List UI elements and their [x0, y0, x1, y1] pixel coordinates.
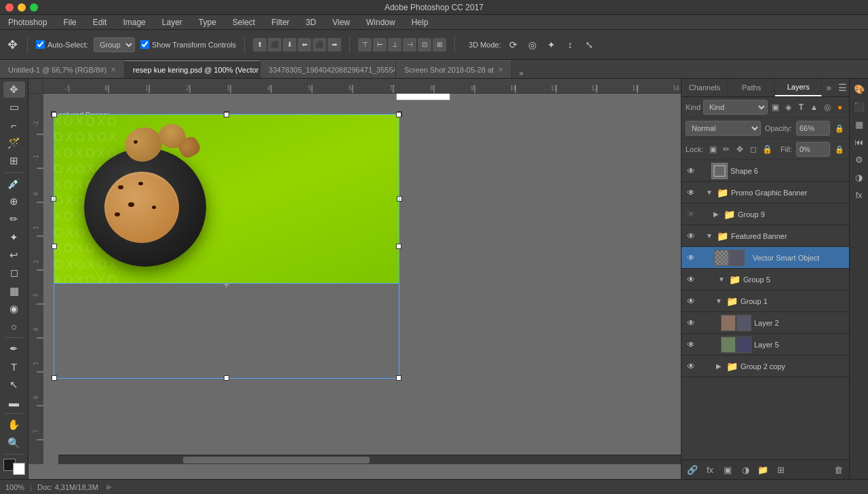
- layer-group1[interactable]: 👁 ▼ 📁 Group 1: [682, 290, 849, 312]
- tool-clone[interactable]: ✦: [3, 229, 25, 245]
- styles-panel-btn[interactable]: fx: [852, 187, 867, 202]
- tool-eyedropper[interactable]: 💉: [3, 175, 25, 191]
- tool-hand[interactable]: ✋: [3, 417, 25, 433]
- fill-input[interactable]: [796, 142, 830, 157]
- layer-group9-vis[interactable]: 👁: [686, 209, 696, 220]
- adjustments-panel-btn[interactable]: ◑: [852, 170, 867, 185]
- swatches-panel-btn[interactable]: ⬛: [852, 99, 867, 114]
- align-bottom-btn[interactable]: ⬇: [283, 38, 296, 52]
- layer-featured-banner[interactable]: 👁 ▼ 📁 Featured Banner: [682, 225, 849, 247]
- lock-all-btn[interactable]: 🔒: [762, 144, 772, 155]
- tool-dodge[interactable]: ○: [3, 318, 25, 335]
- menu-file[interactable]: File: [60, 16, 79, 28]
- tab-0[interactable]: Untitled-1 @ 66,7% (RGB/8#) ✕: [0, 60, 125, 78]
- tool-blur[interactable]: ◉: [3, 301, 25, 317]
- tool-marquee[interactable]: ▭: [3, 99, 25, 115]
- layer-2-vis[interactable]: 👁: [686, 318, 696, 328]
- lock-transparent-btn[interactable]: ▣: [707, 144, 718, 155]
- fill-lock-btn[interactable]: 🔒: [834, 144, 845, 155]
- 3d-scale-icon[interactable]: ⤡: [583, 38, 596, 52]
- tabs-more[interactable]: »: [513, 69, 529, 78]
- adjustment-layer-btn[interactable]: ◑: [738, 463, 752, 476]
- lock-image-btn[interactable]: ✏: [721, 144, 732, 155]
- align-hcenter-btn[interactable]: ⬛: [313, 38, 326, 52]
- align-top-btn[interactable]: ⬆: [253, 38, 267, 52]
- layer-group1-expand[interactable]: ▼: [714, 297, 724, 306]
- close-button[interactable]: [5, 3, 14, 12]
- filter-type-btn[interactable]: T: [796, 100, 806, 114]
- layer-group9[interactable]: 👁 ▶ 📁 Group 9: [682, 204, 849, 225]
- filter-adjust-btn[interactable]: ◈: [783, 100, 793, 114]
- tab-layers[interactable]: Layers: [775, 79, 822, 96]
- move-tool-icon[interactable]: ✥: [5, 38, 19, 52]
- opacity-input[interactable]: [796, 121, 830, 136]
- align-right-btn[interactable]: ➡: [328, 38, 341, 52]
- layer-group2copy-expand[interactable]: ▶: [714, 362, 724, 371]
- align-left-btn[interactable]: ⬅: [298, 38, 311, 52]
- outer-handle-bl[interactable]: [52, 375, 57, 381]
- outer-handle-br[interactable]: [396, 375, 401, 381]
- filter-toggle-btn[interactable]: ●: [835, 100, 845, 114]
- tool-heal[interactable]: ⊕: [3, 193, 25, 210]
- layer-group5-expand[interactable]: ▼: [717, 275, 726, 284]
- layer-promo-vis[interactable]: 👁: [686, 187, 696, 198]
- layer-group2-copy[interactable]: 👁 ▶ 📁 Group 2 copy: [682, 356, 849, 377]
- show-transform-checkbox[interactable]: Show Transform Controls: [140, 40, 236, 49]
- layer-mask-btn[interactable]: ▣: [721, 463, 734, 476]
- new-layer-btn[interactable]: ⊞: [774, 463, 787, 476]
- tool-lasso[interactable]: ⌐: [3, 117, 25, 134]
- layer-group9-expand[interactable]: ▶: [711, 210, 721, 219]
- menu-photoshop[interactable]: Photoshop: [5, 16, 50, 28]
- color-panel-btn[interactable]: 🎨: [852, 81, 867, 96]
- tab-0-close[interactable]: ✕: [111, 66, 116, 73]
- menu-3d[interactable]: 3D: [303, 16, 319, 28]
- opacity-lock-btn[interactable]: 🔒: [834, 123, 845, 134]
- layer-promo-group[interactable]: 👁 ▼ 📁 Promo Graphic Banner: [682, 182, 849, 204]
- tool-eraser[interactable]: ◻: [3, 265, 25, 281]
- layer-group2copy-vis[interactable]: 👁: [686, 361, 696, 372]
- layer-vso-vis[interactable]: 👁: [686, 252, 696, 263]
- filter-smart-btn[interactable]: ◎: [822, 100, 832, 114]
- menu-window[interactable]: Window: [363, 16, 398, 28]
- panel-expand-btn[interactable]: »: [822, 82, 835, 93]
- layer-2[interactable]: 👁 Layer 2: [682, 312, 849, 334]
- menu-view[interactable]: View: [330, 16, 353, 28]
- layer-group5[interactable]: 👁 ▼ 📁 Group 5: [682, 269, 849, 290]
- menu-edit[interactable]: Edit: [90, 16, 110, 28]
- layer-group5-vis[interactable]: 👁: [686, 274, 696, 285]
- banner-handle-tr[interactable]: [397, 111, 402, 117]
- maximize-button[interactable]: [30, 3, 38, 12]
- menu-type[interactable]: Type: [196, 16, 219, 28]
- new-group-btn[interactable]: 📁: [756, 463, 770, 476]
- layer-5[interactable]: 👁 Layer 5: [682, 334, 849, 356]
- tool-crop[interactable]: ⊞: [3, 153, 25, 169]
- outer-handle-bm[interactable]: [224, 375, 229, 381]
- dist-bottom-btn[interactable]: ⊥: [388, 38, 401, 52]
- dist-left-btn[interactable]: ⊣: [403, 38, 416, 52]
- lock-position-btn[interactable]: ✥: [734, 144, 745, 155]
- tab-3-close[interactable]: ✕: [498, 66, 503, 73]
- blend-mode-select[interactable]: Normal Dissolve Multiply Screen Overlay: [686, 121, 761, 136]
- menu-filter[interactable]: Filter: [269, 16, 292, 28]
- tab-2[interactable]: 33478305_1984042088296471_35554364065180…: [260, 60, 396, 78]
- tool-quick-select[interactable]: 🪄: [3, 135, 25, 151]
- tool-gradient[interactable]: ▦: [3, 282, 25, 299]
- layer-shape6-vis[interactable]: 👁: [686, 166, 696, 176]
- history-panel-btn[interactable]: ⏮: [852, 134, 867, 149]
- color-swatches[interactable]: [3, 459, 25, 475]
- banner-handle-ml[interactable]: [51, 196, 56, 202]
- menu-select[interactable]: Select: [230, 16, 258, 28]
- 3d-rotate-icon[interactable]: ⟳: [507, 38, 520, 52]
- filter-pixel-btn[interactable]: ▣: [770, 100, 781, 114]
- menu-layer[interactable]: Layer: [159, 16, 185, 28]
- tool-move[interactable]: ✥: [3, 81, 25, 98]
- h-scrollbar[interactable]: [58, 455, 681, 464]
- align-vcenter-btn[interactable]: ⬛: [268, 38, 281, 52]
- layer-shape6[interactable]: 👁 Shape 6: [682, 160, 849, 182]
- menu-help[interactable]: Help: [409, 16, 431, 28]
- h-scrollbar-thumb[interactable]: [183, 457, 370, 463]
- auto-select-dropdown[interactable]: Group Layer: [94, 37, 135, 52]
- 3d-slide-icon[interactable]: ↕: [564, 38, 577, 52]
- filter-shape-btn[interactable]: ▲: [809, 100, 819, 114]
- layer-styles-btn[interactable]: fx: [703, 463, 717, 476]
